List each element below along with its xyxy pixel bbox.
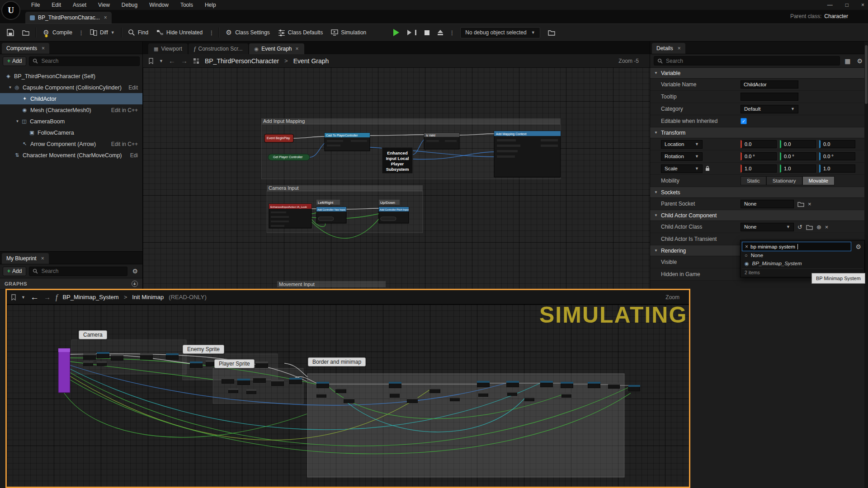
graph-node[interactable] (390, 392, 400, 398)
graph-node[interactable] (450, 397, 460, 401)
graph-node[interactable] (407, 398, 418, 403)
location-x-field[interactable]: 0.0 (741, 140, 777, 148)
bookmark-icon[interactable] (148, 58, 154, 64)
node-add-controller-yaw[interactable]: Add Controller Yaw Input (316, 207, 346, 223)
child-actor-class-dropdown[interactable]: None ▼ (741, 223, 794, 231)
graph-node[interactable] (478, 392, 488, 397)
my-blueprint-tab[interactable]: My Blueprint × (2, 253, 49, 264)
parent-socket-value[interactable]: None (741, 200, 794, 208)
tree-row-childactor[interactable]: ✦ChildActor (0, 93, 142, 104)
graph-node[interactable] (166, 353, 179, 360)
option-bp-minimap-system[interactable]: ◉ BP_Minimap_System (742, 259, 863, 267)
debug-browse-button[interactable] (544, 23, 559, 42)
comment-chip-player-sprite[interactable]: Player Sprite (214, 359, 255, 368)
expander-icon[interactable]: ▼ (654, 190, 658, 194)
clear-socket-icon[interactable]: × (808, 201, 811, 207)
add-class-icon[interactable]: ⊕ (816, 224, 821, 230)
edit-link[interactable]: Edit (128, 84, 138, 91)
tree-row-mesh[interactable]: ◉Mesh (CharacterMesh0) Edit in C++ (0, 104, 142, 116)
graph-node[interactable] (561, 393, 571, 398)
node-is-valid[interactable]: Is Valid (424, 133, 459, 149)
graph-node[interactable] (628, 385, 640, 391)
tree-row-arrow[interactable]: ↖Arrow Component (Arrow) Edit in C++ (0, 138, 142, 150)
section-sockets[interactable]: ▼Sockets (650, 187, 868, 198)
mobility-movable-button[interactable]: Movable (802, 176, 835, 185)
scale-dropdown[interactable]: Scale▼ (661, 164, 703, 173)
expander-icon[interactable]: ▼ (654, 249, 658, 253)
add-graph-icon[interactable]: + (132, 281, 138, 287)
clear-search-icon[interactable]: × (745, 244, 748, 250)
node-add-controller-pitch[interactable]: Add Controller Pitch Input (379, 207, 409, 223)
close-icon[interactable]: × (41, 255, 44, 262)
expander-icon[interactable]: ▼ (14, 119, 20, 123)
tab-event-graph[interactable]: ◉ Event Graph × (249, 43, 304, 54)
comment-region-border[interactable] (307, 374, 624, 477)
variable-name-input[interactable] (741, 80, 798, 89)
browse-class-icon[interactable] (806, 224, 813, 230)
rotation-dropdown[interactable]: Rotation▼ (661, 152, 703, 161)
debug-object-dropdown[interactable]: No debug object selected ▼ (460, 27, 540, 38)
nav-back-icon[interactable]: ← (169, 57, 175, 65)
menu-help[interactable]: Help (199, 2, 222, 8)
graph-node[interactable] (477, 381, 490, 387)
play-options-kebab[interactable]: ⋮ (447, 29, 457, 36)
section-transform[interactable]: ▼Transform (650, 127, 868, 138)
graph-node[interactable] (222, 377, 234, 384)
graph-node[interactable] (271, 380, 284, 386)
scale-y-field[interactable]: 1.0 (780, 164, 816, 173)
bookmark-icon[interactable] (11, 294, 16, 300)
scale-x-field[interactable]: 1.0 (741, 164, 777, 173)
tree-row-followcamera[interactable]: ▣FollowCamera (0, 127, 142, 138)
tab-viewport[interactable]: ▦ Viewport (148, 43, 188, 54)
graph-node[interactable] (97, 352, 109, 358)
nav-forward-icon[interactable]: → (44, 293, 51, 301)
add-component-button[interactable]: +Add (3, 56, 26, 66)
add-blueprint-item-button[interactable]: +Add (3, 267, 26, 276)
graph-node[interactable] (344, 398, 354, 403)
mobility-static-button[interactable]: Static (741, 176, 766, 185)
graph-node[interactable] (289, 378, 302, 384)
my-blueprint-search-input[interactable] (40, 267, 124, 275)
graph-node[interactable] (608, 383, 620, 389)
menu-edit[interactable]: Edit (46, 2, 67, 8)
minimap-graph-canvas[interactable]: SIMULATING (7, 305, 689, 487)
maximize-button[interactable]: □ (845, 2, 849, 8)
comment-chip-camera[interactable]: Camera (79, 330, 107, 339)
editable-checkbox[interactable]: ✓ (741, 118, 747, 124)
close-button[interactable]: × (861, 2, 864, 8)
my-blueprint-search-box[interactable] (29, 267, 127, 276)
menu-view[interactable]: View (92, 2, 116, 8)
edit-cpp-link[interactable]: Edit in C++ (111, 141, 138, 147)
comment-up-down[interactable]: Up/Down (379, 200, 400, 205)
comment-left-right[interactable]: Left/Right (316, 200, 340, 205)
chevron-down-icon[interactable]: ▼ (159, 59, 163, 63)
play-button[interactable] (389, 23, 403, 42)
save-button[interactable] (3, 23, 18, 42)
expander-icon[interactable]: ▼ (654, 213, 658, 217)
graphs-section-header[interactable]: GRAPHS + (0, 278, 142, 290)
graph-node[interactable] (83, 353, 96, 360)
edit-link-truncated[interactable]: Edi (130, 152, 138, 159)
rotation-y-field[interactable]: 0.0 ° (780, 152, 816, 160)
graph-node[interactable] (524, 397, 534, 401)
browse-socket-icon[interactable] (797, 201, 804, 207)
comment-movement-input[interactable]: Movement Input (277, 281, 386, 287)
settings-gear-icon[interactable]: ⚙ (855, 57, 864, 65)
comment-chip-enemy-sprite[interactable]: Enemy Sprite (183, 345, 224, 354)
graph-node[interactable] (316, 382, 329, 388)
details-search-input[interactable] (665, 57, 836, 65)
tree-row-charactermovement[interactable]: ⇅Character Movement (CharMoveComp) Edi (0, 150, 142, 161)
rotation-x-field[interactable]: 0.0 ° (741, 152, 777, 160)
scale-z-field[interactable]: 1.0 (819, 164, 855, 173)
scrollbar-thumb[interactable] (865, 45, 868, 104)
graph-node[interactable] (246, 389, 256, 394)
graph-node[interactable] (140, 353, 153, 360)
graph-node[interactable] (429, 388, 440, 393)
menu-tools[interactable]: Tools (175, 2, 199, 8)
section-variable[interactable]: ▼Variable (650, 68, 868, 79)
graph-node[interactable] (83, 361, 93, 366)
location-z-field[interactable]: 0.0 (819, 140, 855, 148)
graph-node[interactable] (228, 389, 238, 393)
node-enhanced-input-subsystem[interactable]: Enhanced Input Local Player Subsystem (382, 147, 413, 174)
node-event-beginplay[interactable]: Event BeginPlay (264, 134, 293, 142)
